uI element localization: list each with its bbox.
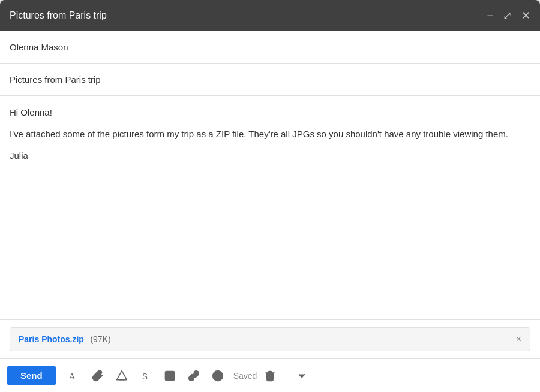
attachment-size: (97K) bbox=[90, 334, 110, 344]
toolbar-divider bbox=[286, 369, 286, 383]
delete-button[interactable] bbox=[259, 365, 281, 387]
photo-icon bbox=[164, 370, 176, 382]
greeting: Hi Olenna! bbox=[10, 105, 530, 120]
close-button[interactable]: ✕ bbox=[521, 10, 530, 21]
saved-status: Saved bbox=[233, 371, 257, 381]
attachment-name[interactable]: Paris Photos.zip bbox=[19, 334, 84, 344]
dollar-icon: $ bbox=[140, 370, 152, 382]
body-paragraph: I've attached some of the pictures form … bbox=[10, 127, 530, 141]
money-button[interactable]: $ bbox=[135, 365, 157, 387]
font-format-button[interactable]: A bbox=[63, 365, 85, 387]
subject-input[interactable] bbox=[10, 74, 530, 85]
google-drive-button[interactable] bbox=[111, 365, 133, 387]
svg-text:$: $ bbox=[142, 370, 148, 381]
body-area[interactable]: Hi Olenna! I've attached some of the pic… bbox=[0, 96, 540, 320]
trash-icon bbox=[264, 370, 276, 382]
maximize-button[interactable]: ⤢ bbox=[503, 10, 512, 21]
svg-marker-1 bbox=[116, 370, 127, 379]
attach-file-button[interactable] bbox=[87, 365, 109, 387]
send-button[interactable]: Send bbox=[7, 366, 56, 385]
to-input[interactable] bbox=[10, 42, 530, 52]
window-title: Pictures from Paris trip bbox=[10, 10, 107, 21]
chevron-down-icon bbox=[296, 370, 308, 382]
insert-photo-button[interactable] bbox=[159, 365, 181, 387]
attachment-info: Paris Photos.zip (97K) bbox=[19, 334, 111, 345]
toolbar: Send A $ bbox=[0, 358, 540, 392]
font-icon: A bbox=[68, 370, 80, 382]
svg-text:A: A bbox=[68, 371, 75, 381]
svg-point-5 bbox=[167, 373, 169, 375]
attachment-close-button[interactable]: × bbox=[516, 334, 521, 345]
compose-window: Pictures from Paris trip − ⤢ ✕ Hi Olenna… bbox=[0, 0, 540, 392]
body-text: Hi Olenna! I've attached some of the pic… bbox=[10, 105, 530, 163]
signature: Julia bbox=[10, 149, 530, 163]
link-icon bbox=[188, 370, 200, 382]
attachment-bar: Paris Photos.zip (97K) × bbox=[10, 327, 530, 351]
subject-field-row bbox=[0, 64, 540, 96]
svg-point-6 bbox=[212, 370, 223, 381]
paperclip-icon bbox=[92, 370, 104, 382]
title-bar-controls: − ⤢ ✕ bbox=[487, 10, 530, 21]
to-field-row bbox=[0, 31, 540, 64]
more-options-button[interactable] bbox=[291, 365, 313, 387]
emoji-button[interactable] bbox=[207, 365, 229, 387]
minimize-button[interactable]: − bbox=[487, 10, 493, 21]
emoji-icon bbox=[212, 370, 224, 382]
insert-link-button[interactable] bbox=[183, 365, 205, 387]
drive-icon bbox=[116, 370, 128, 382]
title-bar: Pictures from Paris trip − ⤢ ✕ bbox=[0, 0, 540, 31]
